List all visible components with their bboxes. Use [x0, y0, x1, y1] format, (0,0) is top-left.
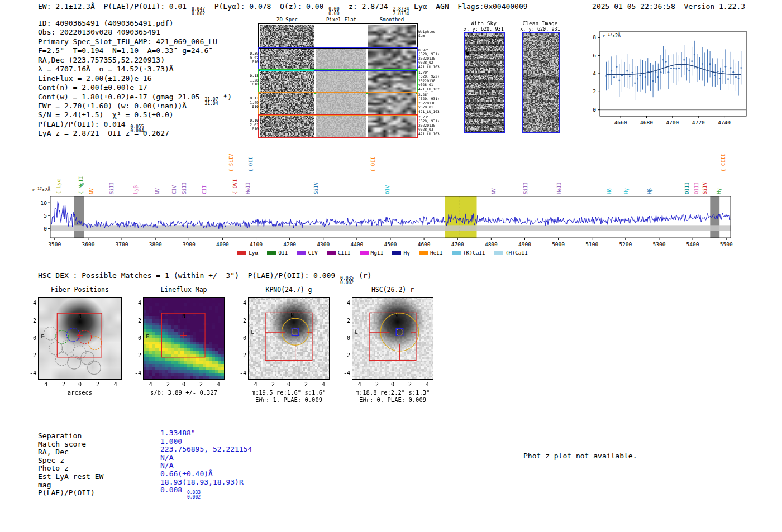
data-point — [689, 70, 690, 71]
data-point — [686, 68, 688, 70]
data-point — [667, 71, 669, 73]
data-point — [675, 68, 677, 70]
spectrum-x-tick: 4700 — [451, 241, 464, 247]
data-point — [639, 75, 641, 76]
right-label-line: (620, 931) — [418, 52, 451, 56]
cutout-y-tick: 4 — [25, 300, 36, 306]
text-segment: Cont(n) = 2.00(±0.00)e-17 — [38, 83, 147, 92]
match-value: 223.756895, 52.221154 — [160, 445, 252, 453]
smoothed-image — [368, 71, 416, 92]
emission-line-label: Hγ — [717, 188, 722, 194]
spectrum-x-tick: 5200 — [619, 241, 632, 247]
legend-label: CIII — [338, 250, 351, 256]
pixel-flat-image — [316, 25, 366, 47]
emission-line-label: SiII — [182, 182, 187, 194]
data-point — [670, 68, 672, 69]
data-point — [719, 78, 721, 80]
fit-x-tick: 4680 — [640, 119, 653, 126]
emission-line-label: Lyβ — [133, 185, 139, 194]
legend-swatch — [267, 251, 276, 255]
legend-swatch — [327, 251, 336, 255]
cutout-title: HSC(26.2) r — [371, 286, 414, 294]
data-point — [626, 70, 628, 72]
text-segment: HSC-DEX : Possible Matches = 1 (within +… — [38, 271, 340, 280]
data-point — [642, 74, 643, 76]
data-point — [632, 72, 633, 74]
sub-value: 0.002 — [192, 12, 205, 16]
cutout-frame — [352, 298, 433, 380]
data-point — [650, 76, 651, 78]
info-line: F=2.5" T=0.194 N̄=1.10 A=0.33̄ g=24.6̄ — [38, 46, 232, 55]
spectrum-x-tick: 4300 — [317, 241, 330, 247]
right-label-line: 2.23" — [418, 115, 451, 119]
sky-mask-band — [74, 196, 84, 238]
match-value: 1.33488" — [160, 429, 196, 437]
left-label-line: 010 — [247, 60, 259, 65]
cutout-frame — [249, 298, 330, 380]
legend-label: OII — [278, 250, 288, 256]
smoothed-image — [368, 49, 416, 70]
text-segment: z: 2.8734 — [340, 2, 392, 11]
spectrum-x-tick: 5500 — [720, 241, 733, 247]
cutout-x-tick: 2 — [92, 381, 103, 387]
cutout-caption: EWr: 1. PLAE: 0.009 — [255, 396, 322, 403]
match-value: N/A — [160, 453, 173, 462]
compass-north: N — [182, 313, 185, 319]
emission-line-label: OIII — [694, 182, 699, 194]
hsc-dex-matches-line: HSC-DEX : Possible Matches = 1 (within +… — [38, 271, 371, 285]
cutout-y-tick: -2 — [339, 352, 350, 358]
data-point — [662, 59, 664, 61]
timestamp: 2025-01-05 22:36:58 Version 1.22.3 — [592, 2, 745, 11]
legend-label: (K)CaII — [463, 250, 485, 256]
unit-exponent: -17 — [35, 186, 42, 191]
spectrum-series — [51, 202, 730, 229]
cutout-y-tick: -2 — [25, 352, 36, 358]
fiber-circle — [78, 330, 92, 344]
legend-label: Hγ — [403, 250, 409, 256]
spectrum-legend: LyαOIICIVCIIIMgIIHγHeII(K)CaII(H)CaII — [34, 250, 732, 256]
cutout-y-tick: -4 — [235, 370, 246, 376]
match-table-row: Photo zN/A — [38, 464, 252, 472]
data-point — [691, 60, 693, 62]
pixel-flat-image — [316, 116, 366, 137]
match-label: mag — [38, 481, 160, 489]
emission-line-label: NV — [492, 188, 497, 194]
data-point — [702, 63, 703, 65]
text-segment: Obs: 20220130v028_4090365491 — [38, 28, 160, 36]
match-table-row: mag18.93(18.93,18.93)R — [38, 481, 252, 489]
legend-swatch — [392, 251, 401, 255]
legend-item: Lyα — [237, 250, 258, 256]
fit-y-tick: 4 — [593, 70, 596, 76]
legend-item: CIII — [327, 250, 351, 256]
match-label: Match score — [38, 440, 160, 448]
legend-swatch — [297, 251, 306, 255]
spec2d-image — [260, 49, 314, 70]
cutout-xlabel: arcsecs — [68, 389, 92, 396]
sub-value: 2.8734 — [393, 12, 409, 16]
fit-unit-label: e-17x2Å — [603, 32, 621, 39]
text-segment: EW: 2.1±12.3Å P(LAE)/P(OII): 0.01 — [38, 2, 191, 11]
sub-value: 0.002 — [187, 495, 201, 500]
spec2d-row-right-labels: 0.92"(620, 931)20220130v028_02421_LU_103 — [418, 48, 451, 69]
sup-sub-value: 0.000.00 — [328, 7, 339, 16]
cutout-x-tick: -4 — [352, 381, 364, 387]
cutout-overlay: NE — [352, 297, 433, 380]
cutout-x-tick: 0 — [283, 381, 294, 387]
info-line: ID: 4090365491 (4090365491.pdf) — [38, 19, 232, 28]
legend-label: HeII — [430, 250, 443, 256]
data-point — [683, 59, 685, 61]
info-line: LineFlux = 2.00(±1.20)e-16 — [38, 74, 232, 83]
emission-line-label: SiII — [523, 182, 528, 194]
emission-line-label: { CIII — [721, 154, 726, 172]
info-line: Primary Spec_Slot_IFU_AMP: 421_069_006_L… — [38, 37, 232, 46]
cutout-caption: m:18.8 re:2.2" s:1.3" — [356, 389, 430, 396]
sup-sub-value: 0.0350.002 — [340, 276, 354, 285]
weighted-sum-line: Sum — [418, 33, 451, 37]
right-label-line: 20220130 — [418, 101, 451, 105]
legend-item: CIV — [297, 250, 317, 256]
emission-line-label: { MgII — [79, 176, 84, 194]
spec2d-column-header: Pixel Flat — [326, 17, 356, 22]
info-line: EWr = 2.70(±1.60) (w: 0.00(±nan))Å — [38, 102, 232, 111]
fit-y-tick: 6 — [593, 52, 596, 59]
cutout-x-tick: 4 — [110, 381, 121, 387]
